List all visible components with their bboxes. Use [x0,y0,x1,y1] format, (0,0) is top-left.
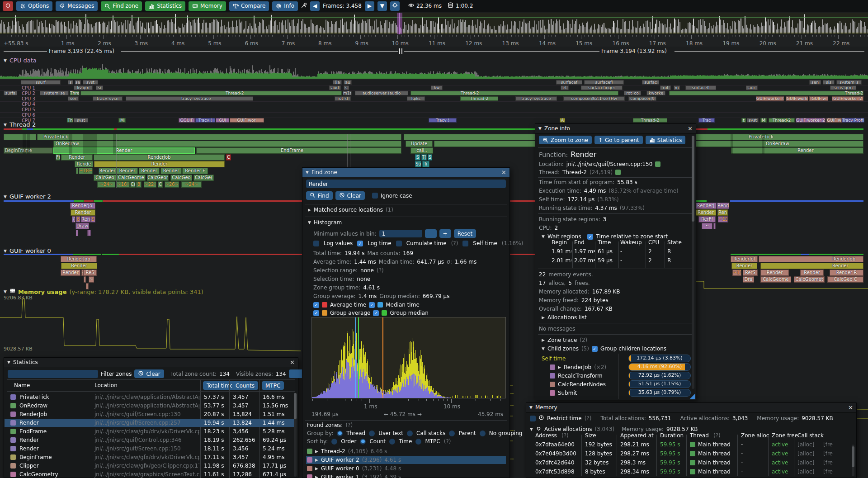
zone-info-titlebar[interactable]: ▼ Zone info ✕ [535,124,696,133]
mem-col-call-stack[interactable]: Call stack [797,432,824,439]
ignore-case-checkbox[interactable] [372,193,378,199]
mtpc-radio[interactable] [415,439,421,445]
no-grouping-radio[interactable] [480,431,486,436]
help-icon[interactable]: (?) [444,438,451,445]
collapse-icon[interactable]: ▼ [542,234,545,239]
found-zone-group[interactable]: ▶Thread-2(4,105)6.46 s [306,447,506,455]
thread-radio[interactable] [337,431,343,436]
order-radio[interactable] [331,439,337,445]
statistics-titlebar[interactable]: ▼ Statistics ✕ [4,358,298,367]
close-icon[interactable]: ✕ [688,125,693,132]
col-header-total-time[interactable]: Total time [203,381,235,390]
resize-handle[interactable] [689,393,695,399]
statistics-row[interactable]: BeginFramejni/../jni/src/claw/gfx/drv/vk… [5,453,294,461]
clear-button[interactable]: Clear [335,191,365,200]
cumulate-time-checkbox[interactable] [396,241,402,246]
axis-range[interactable]: ← 45.72 ms → [384,411,422,417]
reset-button[interactable]: Reset [454,229,476,238]
mem-col-thread[interactable]: Thread [690,432,709,439]
statistics-row[interactable]: PrivateTickjni/../jni/src/claw/applicati… [5,393,294,401]
relative-time-checkbox[interactable]: ✓ [587,234,593,240]
statistics-row[interactable]: CalcGeometryjni/../jni/src/claw/graphics… [5,470,294,478]
collapse-icon[interactable]: ▼ [530,427,533,431]
statistics-row[interactable]: OnRedrawjni/../jni/src/claw/application/… [5,402,294,410]
search-input[interactable]: Render [306,180,506,188]
thread-color-swatch[interactable] [615,170,621,175]
mem-col-zone-alloc[interactable]: Zone alloc [741,432,769,439]
log-values-checkbox[interactable] [313,241,319,246]
zone-trace-section[interactable]: Zone trace [547,337,577,343]
user-text-radio[interactable] [369,431,375,436]
group-children-checkbox[interactable]: ✓ [592,346,598,352]
expand-icon[interactable]: ▶ [542,315,545,320]
zoom-to-zone-button[interactable]: Zoom to zone [539,136,592,144]
help-icon[interactable]: (?) [561,432,569,439]
memory-titlebar[interactable]: ▼ Memory ✕ [526,403,856,412]
found-zone-group[interactable]: ▶GUIF worker 0(3,231)4.48 s [306,464,506,473]
min-bin-increase-button[interactable]: + [439,229,451,238]
mem-col-size[interactable]: Size [585,432,596,439]
find-button[interactable]: Find [306,191,333,200]
statistics-row[interactable]: EndFramejni/../jni/src/claw/gfx/drv/vk/D… [5,427,294,435]
legend-checkbox[interactable]: ✓ [313,302,319,308]
call-stacks-radio[interactable] [407,431,413,436]
child-zones-section[interactable]: Child zones [547,345,579,352]
collapse-icon[interactable]: ▼ [542,346,545,351]
expand-icon[interactable]: ▶ [308,208,311,212]
self-time-checkbox[interactable] [462,241,468,246]
active-allocations-section[interactable]: Active allocations [544,426,592,432]
found-zone-group[interactable]: ▶GUIF worker 1(3,192)4.39 s [306,473,506,478]
close-icon[interactable]: ✕ [501,169,506,176]
mem-col-duration[interactable]: Duration [660,432,684,439]
source-color-swatch[interactable] [655,161,660,167]
time-radio[interactable] [389,439,395,445]
matched-source-locations[interactable]: Matched source locations [314,207,383,213]
col-header-counts[interactable]: Counts [232,381,258,390]
help-icon[interactable]: (?) [713,432,721,439]
mem-col-address[interactable]: Address [535,432,557,439]
col-header-mtpc[interactable]: MTPC [262,381,284,390]
legend-checkbox[interactable]: ✓ [369,302,375,308]
histogram-section[interactable]: Histogram [314,219,342,226]
filter-input[interactable] [8,370,98,378]
child-zone-row[interactable]: Self time172.14 μs (3.83%) [542,355,691,362]
scrollbar-thumb[interactable] [852,446,854,467]
scrollbar-thumb[interactable] [294,393,297,419]
close-icon[interactable]: ✕ [848,404,853,411]
col-header-location[interactable]: Location [94,382,118,388]
col-header-name[interactable]: Name [14,382,30,388]
scrollbar-thumb[interactable] [692,136,694,222]
statistics-row[interactable]: Renderjni/../jni/src/guif/Control.cpp:34… [5,436,294,444]
collapse-icon[interactable]: ▼ [308,220,311,225]
statistics-row[interactable]: Renderjni/../jni/src/guif/Screen.cpp:150… [5,445,294,453]
min-bin-decrease-button[interactable]: - [425,229,437,238]
statistics-row[interactable]: Clipperjni/../jni/src/claw/gfx/geo/Clipp… [5,462,294,470]
child-zone-row[interactable]: Submit35.63 μs (0.79%) [542,389,691,397]
found-zone-group[interactable]: ▶GUIF worker 2(3,296)4.61 s [306,456,506,464]
clear-filter-button[interactable]: Clear [134,369,164,378]
statistics-button[interactable]: Statistics [646,136,686,144]
log-time-checkbox[interactable]: ✓ [357,241,363,246]
histogram-plot[interactable] [311,317,506,398]
expand-icon[interactable]: ▶ [542,338,545,342]
find-zone-titlebar[interactable]: ▼ Find zone ✕ [302,168,509,177]
statistics-row[interactable]: RenderJobjni/../jni/src/guif/Screen.cpp:… [5,410,294,418]
child-zone-row[interactable]: ▶RenderJob(×2)4.16 ms (92.60%) [542,363,691,371]
allocations-list-section[interactable]: Allocations list [547,314,587,321]
parent-radio[interactable] [449,431,455,436]
help-icon[interactable]: (?) [585,415,592,421]
child-zone-row[interactable]: RecalcTransform72.92 μs (1.62%) [542,372,691,379]
count-radio[interactable] [360,439,366,445]
restrict-time-checkbox[interactable] [530,416,536,421]
zone-color-swatch [10,446,16,451]
wait-regions-section[interactable]: Wait regions [547,233,581,240]
statistics-row[interactable]: Renderjni/../jni/src/guif/Screen.cpp:257… [5,419,294,427]
go-to-parent-button[interactable]: ↑Go to parent [594,136,643,144]
min-bin-input[interactable]: 1 [379,230,422,237]
legend-checkbox[interactable]: ✓ [313,310,319,316]
legend-checkbox[interactable]: ✓ [373,310,379,316]
child-zone-row[interactable]: CalcRenderNodes51.51 μs (1.15%) [542,380,691,388]
mem-col-appeared-at[interactable]: Appeared at [620,432,654,439]
close-icon[interactable]: ✕ [290,359,295,366]
help-icon[interactable]: (?) [345,422,353,428]
